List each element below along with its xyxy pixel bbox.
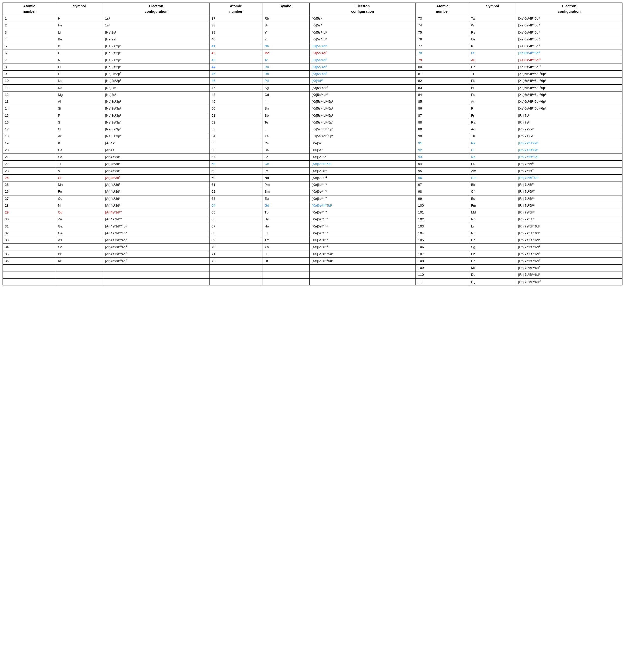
symbol: Er [262,230,310,237]
atomic-number: 32 [3,230,56,237]
symbol [262,265,310,271]
atomic-number: 102 [416,216,469,223]
electron-config: [Xe]6s¹4f¹⁴5d¹⁰ [516,57,622,64]
atomic-number: 43 [209,57,262,64]
electron-config: [Ne]3s²3p³ [103,112,209,119]
electron-config: [Ne]3s² [103,91,209,98]
symbol: Fm [469,202,516,209]
atomic-number [209,265,262,271]
atomic-number: 74 [416,22,469,29]
symbol [56,265,103,271]
electron-config: [Rn]7s²5f¹⁴6d² [516,230,622,237]
electron-config: [Rn]7s²6d² [516,133,622,140]
symbol: Gd [262,202,310,209]
symbol: La [262,154,310,161]
symbol: No [469,216,516,223]
symbol: Po [469,91,516,98]
symbol: Be [56,36,103,43]
electron-config: [He]2s²2p² [103,50,209,57]
symbol: Cf [469,188,516,195]
atomic-number: 58 [209,161,262,167]
electron-config: 1s² [103,22,209,29]
symbol: Nb [262,43,310,50]
electron-config: [Ar]4s²3d¹⁰4p⁴ [103,244,209,250]
atomic-number [209,278,262,285]
symbol: Mn [56,182,103,188]
atomic-number: 22 [3,161,56,167]
atomic-number: 27 [3,195,56,202]
electron-config: [Ar]4s²3d¹⁰4p³ [103,237,209,244]
electron-config: [Xe]6s²4f¹⁴5d⁴ [516,22,622,29]
symbol: Te [262,119,310,126]
atomic-number: 71 [209,250,262,258]
symbol: Cm [469,174,516,181]
header-atomic-number-1: Atomicnumber [3,3,56,15]
symbol: H [56,15,103,22]
symbol: He [56,22,103,29]
symbol: Sg [469,244,516,250]
electron-config: [He]2s¹ [103,29,209,36]
electron-config: [Kr]5s²4d² [309,36,416,43]
symbol: Pd [262,77,310,85]
symbol: Ti [56,161,103,167]
symbol: Pb [469,77,516,85]
symbol: Pr [262,167,310,174]
atomic-number: 107 [416,250,469,258]
symbol: Zr [262,36,310,43]
electron-config: [Kr]5s¹4d⁴ [309,43,416,50]
symbol: Db [469,237,516,244]
atomic-number [3,265,56,271]
symbol: Ac [469,126,516,133]
electron-config: [Ar]4s²3d¹⁰4p² [103,230,209,237]
periodic-table: Atomicnumber Symbol Electronconfiguratio… [3,3,622,285]
electron-config [103,265,209,271]
electron-config: [Kr]5s¹4d¹⁰ [309,85,416,91]
electron-config: [Kr]5s²4d¹ [309,29,416,36]
atomic-number: 33 [3,237,56,244]
electron-config: [Xe]6s²4f⁷5d¹ [309,202,416,209]
electron-config: [Rn]7s²5f⁴6d¹ [516,154,622,161]
electron-config: [Ar]4s²3d¹⁰ [103,216,209,223]
symbol: Ag [262,85,310,91]
electron-config: [Xe]6s²4f⁹ [309,209,416,216]
electron-config: [Xe]6s²4f¹⁴5d⁷ [516,43,622,50]
electron-config: [Xe]6s²4f¹⁴5d³ [516,15,622,22]
atomic-number: 40 [209,36,262,43]
atomic-number: 81 [416,71,469,77]
symbol: Sn [262,105,310,112]
electron-config: [Ar]4s¹3d¹⁰ [103,209,209,216]
electron-config [309,278,416,285]
electron-config: [Xe]6s¹4f¹⁴5d⁹ [516,50,622,57]
electron-config: [Kr]5s¹4d¹⁰5p⁶ [309,133,416,140]
symbol: I [262,126,310,133]
atomic-number: 82 [416,77,469,85]
atomic-number: 51 [209,112,262,119]
atomic-number: 111 [416,278,469,285]
atomic-number: 28 [3,202,56,209]
symbol: Rb [262,15,310,22]
atomic-number: 34 [3,244,56,250]
electron-config [309,265,416,271]
electron-config: [Ar]4s²3d¹⁰4p⁶ [103,258,209,264]
electron-config: [Xe]6s²4f¹⁴5d¹ [309,250,416,258]
atomic-number: 79 [416,57,469,64]
atomic-number: 5 [3,43,56,50]
symbol: Lu [262,250,310,258]
atomic-number: 90 [416,133,469,140]
electron-config: [Rn]7s²5f¹⁴6d¹ [516,223,622,230]
atomic-number: 44 [209,64,262,70]
atomic-number: 105 [416,237,469,244]
symbol: Tl [469,71,516,77]
header-symbol-3: Symbol [469,3,516,15]
symbol: U [469,147,516,153]
atomic-number: 21 [3,154,56,161]
symbol [262,278,310,285]
atomic-number: 99 [416,195,469,202]
electron-config: [Kr]4d¹⁰ [309,77,416,85]
atomic-number: 86 [416,105,469,112]
symbol: Hg [469,64,516,70]
atomic-number: 38 [209,22,262,29]
atomic-number: 67 [209,223,262,230]
atomic-number: 110 [416,271,469,278]
atomic-number: 47 [209,85,262,91]
